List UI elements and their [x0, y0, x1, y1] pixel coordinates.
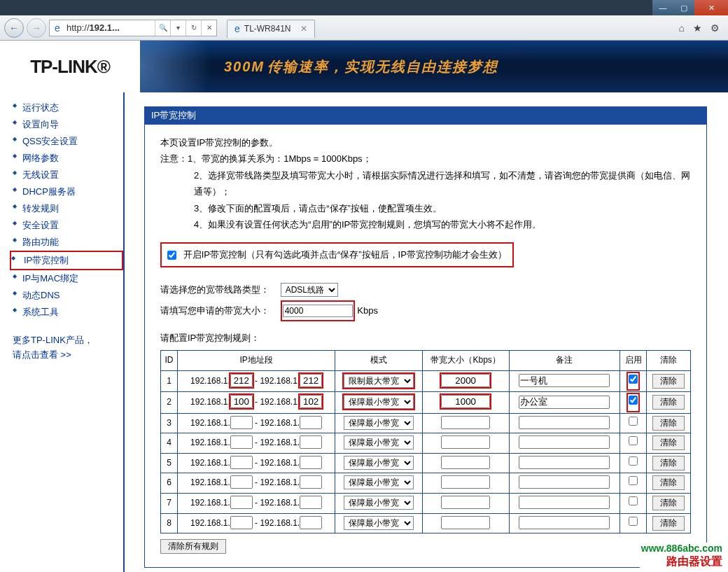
brand-logo: TP-LINK®	[0, 41, 140, 92]
enable-row-checkbox[interactable]	[629, 436, 638, 445]
sidebar-item-11[interactable]: 动态DNS	[13, 287, 123, 304]
enable-row-checkbox[interactable]	[629, 396, 638, 405]
note-input[interactable]	[519, 396, 610, 409]
sidebar-item-2[interactable]: QSS安全设置	[13, 133, 123, 150]
note-input[interactable]	[519, 516, 610, 529]
note-input[interactable]	[519, 456, 610, 469]
ip-from-input[interactable]	[230, 435, 253, 449]
bandwidth-row-input[interactable]	[441, 435, 490, 449]
sidebar-item-7[interactable]: 安全设置	[13, 217, 123, 234]
clear-all-button[interactable]: 清除所有规则	[160, 539, 226, 554]
table-row: 1192.168.1. - 192.168.1.限制最大带宽保障最小带宽清除	[161, 370, 691, 392]
bandwidth-row-input[interactable]	[441, 416, 490, 429]
window-minimize-button[interactable]: —	[652, 0, 673, 15]
browser-toolbar: ← → e http://192.1... 🔍 ▾ ↻ ✕ e TL-WR841…	[0, 15, 728, 41]
sidebar-item-9[interactable]: IP带宽控制	[10, 251, 123, 270]
more-products-link[interactable]: 更多TP-LINK产品， 请点击查看 >>	[13, 333, 123, 363]
bandwidth-label: 请填写您申请的带宽大小：	[160, 302, 278, 319]
close-tab-icon[interactable]: ✕	[300, 24, 307, 34]
ip-from-input[interactable]	[230, 496, 253, 509]
note-1: 1、带宽的换算关系为：1Mbps = 1000Kbps；	[188, 153, 372, 164]
note-input[interactable]	[519, 374, 610, 387]
address-bar[interactable]: e http://192.1... 🔍 ▾ ↻ ✕	[49, 20, 217, 36]
col-id: ID	[161, 350, 178, 370]
mode-select[interactable]: 限制最大带宽保障最小带宽	[344, 395, 414, 409]
clear-row-button[interactable]: 清除	[652, 456, 685, 470]
ip-to-input[interactable]	[300, 496, 322, 509]
mode-select[interactable]: 限制最大带宽保障最小带宽	[344, 416, 414, 430]
bandwidth-input[interactable]	[283, 305, 353, 317]
mode-select[interactable]: 限制最大带宽保障最小带宽	[344, 516, 414, 530]
row-id: 1	[161, 370, 178, 392]
enable-row-checkbox[interactable]	[629, 476, 638, 485]
line-type-label: 请选择您的宽带线路类型：	[160, 281, 278, 298]
ip-from-input[interactable]	[230, 456, 253, 469]
ip-to-input[interactable]	[300, 516, 322, 529]
search-dropdown[interactable]: 🔍	[155, 20, 170, 36]
bandwidth-row-input[interactable]	[441, 496, 490, 509]
ip-from-input[interactable]	[230, 516, 253, 529]
ip-to-input[interactable]	[300, 435, 322, 449]
clear-row-button[interactable]: 清除	[652, 475, 685, 490]
clear-row-button[interactable]: 清除	[652, 395, 685, 410]
sidebar-item-1[interactable]: 设置向导	[13, 116, 123, 133]
ip-from-input[interactable]	[230, 416, 253, 429]
tab-tl-wr841n[interactable]: e TL-WR841N ✕	[227, 20, 315, 38]
note-input[interactable]	[519, 475, 610, 489]
mode-select[interactable]: 限制最大带宽保障最小带宽	[344, 496, 414, 510]
note-input[interactable]	[519, 435, 610, 449]
window-maximize-button[interactable]: ▢	[673, 0, 694, 15]
enable-bandwidth-checkbox[interactable]	[167, 251, 176, 260]
ip-from-input[interactable]	[230, 475, 253, 489]
note-input[interactable]	[519, 496, 610, 509]
clear-row-button[interactable]: 清除	[652, 416, 685, 431]
ip-to-input[interactable]	[300, 416, 322, 429]
sidebar-item-0[interactable]: 运行状态	[13, 99, 123, 116]
sidebar-item-4[interactable]: 无线设置	[13, 167, 123, 183]
enable-row-checkbox[interactable]	[629, 456, 638, 466]
sidebar-item-5[interactable]: DHCP服务器	[13, 183, 123, 200]
ip-to-input[interactable]	[300, 456, 322, 469]
stop-button[interactable]: ✕	[201, 20, 216, 36]
mode-select[interactable]: 限制最大带宽保障最小带宽	[344, 475, 414, 489]
enable-row-checkbox[interactable]	[629, 375, 638, 384]
refresh-button[interactable]: ↻	[186, 20, 201, 36]
settings-icon[interactable]: ⚙	[710, 22, 720, 34]
ip-to-input[interactable]	[300, 475, 322, 489]
ip-from-input[interactable]	[230, 374, 253, 387]
bandwidth-row-input[interactable]	[441, 516, 490, 529]
bandwidth-row-input[interactable]	[441, 374, 490, 387]
forward-button[interactable]: →	[27, 18, 46, 38]
ip-to-input[interactable]	[300, 374, 322, 387]
sidebar-item-6[interactable]: 转发规则	[13, 200, 123, 217]
bandwidth-row-input[interactable]	[441, 395, 490, 408]
clear-row-button[interactable]: 清除	[652, 496, 685, 510]
enable-row-checkbox[interactable]	[629, 496, 638, 505]
favorites-icon[interactable]: ★	[693, 22, 702, 34]
clear-row-button[interactable]: 清除	[652, 516, 685, 531]
window-close-button[interactable]: ✕	[694, 0, 728, 15]
row-id: 3	[161, 413, 178, 433]
clear-row-button[interactable]: 清除	[652, 374, 685, 389]
sidebar-item-8[interactable]: 路由功能	[13, 234, 123, 251]
note-2: 2、选择宽带线路类型及填写带宽大小时，请根据实际情况进行选择和填写，如不清楚，请…	[160, 167, 691, 200]
home-icon[interactable]: ⌂	[679, 22, 685, 34]
sidebar-item-3[interactable]: 网络参数	[13, 150, 123, 167]
bandwidth-row-input[interactable]	[441, 475, 490, 489]
enable-row-checkbox[interactable]	[629, 517, 638, 526]
mode-select[interactable]: 限制最大带宽保障最小带宽	[344, 374, 414, 388]
row-id: 2	[161, 392, 178, 414]
bandwidth-row-input[interactable]	[441, 456, 490, 469]
mode-select[interactable]: 限制最大带宽保障最小带宽	[344, 456, 414, 470]
back-button[interactable]: ←	[4, 18, 24, 38]
mode-select[interactable]: 限制最大带宽保障最小带宽	[344, 435, 414, 449]
line-type-select[interactable]: ADSL线路	[281, 283, 338, 297]
sidebar-item-10[interactable]: IP与MAC绑定	[13, 270, 123, 287]
addr-dropdown[interactable]: ▾	[170, 20, 186, 36]
enable-row-checkbox[interactable]	[629, 417, 638, 426]
ip-to-input[interactable]	[300, 395, 322, 408]
ip-from-input[interactable]	[230, 395, 253, 408]
clear-row-button[interactable]: 清除	[652, 435, 685, 450]
sidebar-item-12[interactable]: 系统工具	[13, 304, 123, 321]
note-input[interactable]	[519, 416, 610, 429]
